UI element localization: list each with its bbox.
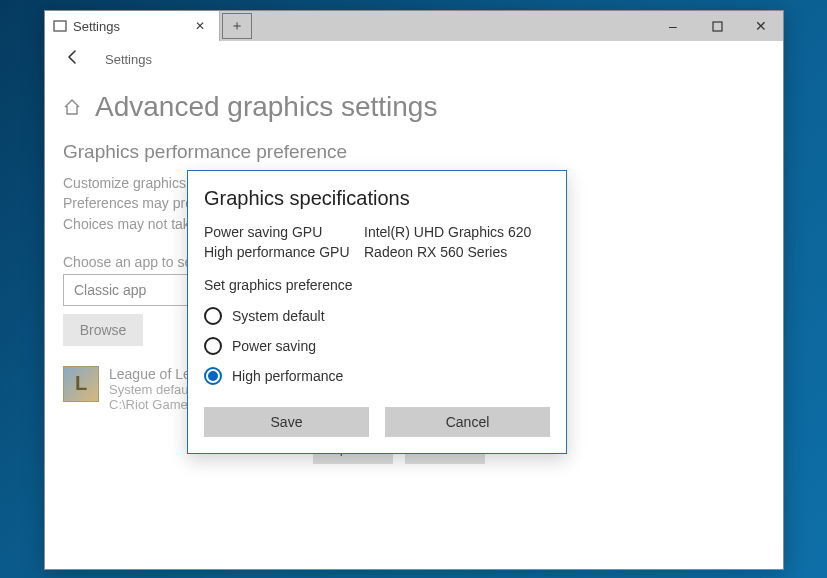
save-button[interactable]: Save xyxy=(204,407,369,437)
page-title: Advanced graphics settings xyxy=(95,91,437,123)
radio-power-saving[interactable]: Power saving xyxy=(204,331,550,361)
radio-icon xyxy=(204,337,222,355)
graphics-specifications-dialog: Graphics specifications Power saving GPU… xyxy=(187,170,567,454)
minimize-button[interactable]: – xyxy=(651,11,695,41)
high-performance-gpu-label: High performance GPU xyxy=(204,242,354,262)
app-type-value: Classic app xyxy=(74,282,146,298)
svg-rect-0 xyxy=(54,21,66,31)
settings-tab-icon xyxy=(53,19,67,33)
tab-settings[interactable]: Settings ✕ xyxy=(45,11,220,41)
svg-rect-1 xyxy=(713,22,722,31)
browse-button[interactable]: Browse xyxy=(63,314,143,346)
power-saving-gpu-label: Power saving GPU xyxy=(204,222,354,242)
maximize-button[interactable] xyxy=(695,11,739,41)
radio-icon xyxy=(204,307,222,325)
radio-label: Power saving xyxy=(232,338,316,354)
radio-label: High performance xyxy=(232,368,343,384)
dialog-title: Graphics specifications xyxy=(204,187,550,210)
cancel-button[interactable]: Cancel xyxy=(385,407,550,437)
breadcrumb[interactable]: Settings xyxy=(105,52,152,67)
radio-icon xyxy=(204,367,222,385)
set-preference-label: Set graphics preference xyxy=(204,277,550,293)
high-performance-gpu-value: Radeon RX 560 Series xyxy=(364,242,507,262)
nav-row: Settings xyxy=(45,41,783,77)
home-icon[interactable] xyxy=(63,98,81,116)
radio-system-default[interactable]: System default xyxy=(204,301,550,331)
tab-label: Settings xyxy=(73,19,191,34)
radio-label: System default xyxy=(232,308,325,324)
section-heading: Graphics performance preference xyxy=(63,141,765,163)
close-window-button[interactable]: ✕ xyxy=(739,11,783,41)
tab-close-icon[interactable]: ✕ xyxy=(191,17,209,35)
window-controls: – ✕ xyxy=(651,11,783,41)
app-icon: L xyxy=(63,366,99,402)
titlebar: Settings ✕ ＋ – ✕ xyxy=(45,11,783,41)
back-button[interactable] xyxy=(59,45,87,73)
power-saving-gpu-value: Intel(R) UHD Graphics 620 xyxy=(364,222,531,242)
radio-high-performance[interactable]: High performance xyxy=(204,361,550,391)
new-tab-button[interactable]: ＋ xyxy=(222,13,252,39)
